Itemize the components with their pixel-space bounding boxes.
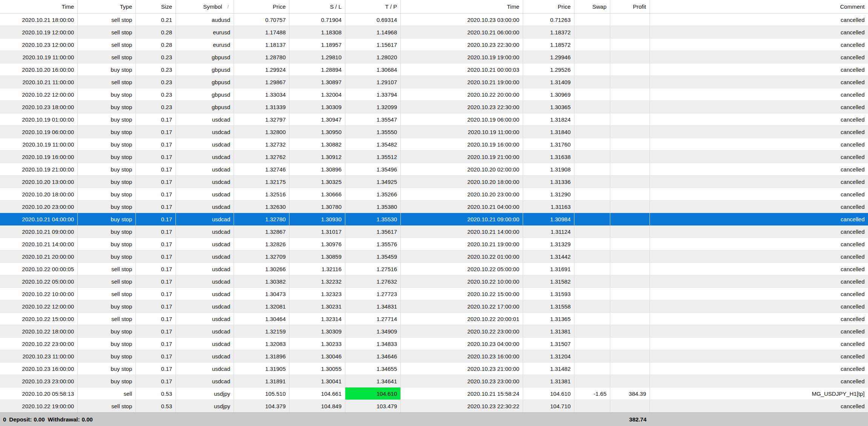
- table-cell-profit: [610, 101, 650, 113]
- table-cell-symbol: usdcad: [176, 363, 234, 375]
- table-cell-type: sell stop: [78, 275, 136, 287]
- withdrawal-summary: Withdrawal: 0.00: [48, 416, 93, 423]
- table-row[interactable]: 2020.10.19 11:00:00buy stop0.17usdcad1.3…: [0, 138, 868, 151]
- table-cell-symbol: gbpusd: [176, 88, 234, 100]
- table-cell-type: sell stop: [78, 51, 136, 63]
- table-cell-symbol: usdjpy: [176, 400, 234, 412]
- table-cell-size: 0.17: [136, 375, 176, 387]
- table-cell-tp: 1.27516: [345, 263, 401, 275]
- column-header-label: Time: [507, 3, 519, 10]
- table-cell-sl: 1.30780: [289, 201, 345, 213]
- table-row[interactable]: 2020.10.21 18:00:00sell stop0.21audusd0.…: [0, 14, 868, 26]
- table-cell-price: 1.30473: [234, 288, 289, 300]
- table-cell-time: 2020.10.23 18:00:00: [0, 101, 78, 113]
- table-row[interactable]: 2020.10.22 18:00:00buy stop0.17usdcad1.3…: [0, 325, 868, 338]
- table-cell-swap: [574, 201, 610, 213]
- table-row[interactable]: 2020.10.22 10:00:00sell stop0.17usdcad1.…: [0, 288, 868, 300]
- table-cell-comment: MG_USDJPY_H1[tp]: [650, 387, 868, 400]
- column-header-close-time[interactable]: Time: [401, 0, 523, 13]
- table-cell-symbol: usdcad: [176, 113, 234, 125]
- table-row[interactable]: 2020.10.23 11:00:00buy stop0.17usdcad1.3…: [0, 350, 868, 363]
- table-row[interactable]: 2020.10.20 23:00:00buy stop0.17usdcad1.3…: [0, 201, 868, 213]
- table-row[interactable]: 2020.10.22 00:00:05sell stop0.17usdcad1.…: [0, 263, 868, 275]
- table-cell-size: 0.53: [136, 387, 176, 400]
- table-cell-comment: cancelled: [650, 76, 868, 88]
- table-row[interactable]: 2020.10.20 18:00:00buy stop0.17usdcad1.3…: [0, 188, 868, 201]
- table-row[interactable]: 2020.10.23 18:00:00buy stop0.23gbpusd1.3…: [0, 101, 868, 113]
- table-cell-profit: [610, 275, 650, 287]
- table-cell-sl: 1.28894: [289, 63, 345, 76]
- table-cell-time: 2020.10.20 05:58:13: [0, 387, 78, 400]
- table-cell-close-time: 2020.10.22 20:00:01: [401, 313, 523, 325]
- table-row[interactable]: 2020.10.22 05:00:00sell stop0.17usdcad1.…: [0, 275, 868, 288]
- table-cell-close-time: 2020.10.19 19:00:00: [401, 51, 523, 63]
- table-row[interactable]: 2020.10.21 14:00:00buy stop0.17usdcad1.3…: [0, 238, 868, 250]
- table-cell-comment: cancelled: [650, 325, 868, 337]
- column-header-swap[interactable]: Swap: [574, 0, 610, 13]
- table-row[interactable]: 2020.10.22 12:00:00buy stop0.17usdcad1.3…: [0, 300, 868, 313]
- table-cell-close-price: 1.30969: [523, 88, 574, 100]
- table-cell-swap: [574, 151, 610, 163]
- table-row[interactable]: 2020.10.19 16:00:00buy stop0.17usdcad1.3…: [0, 151, 868, 163]
- table-row-selected[interactable]: 2020.10.21 04:00:00buy stop0.17usdcad1.3…: [0, 213, 868, 225]
- table-row[interactable]: 2020.10.23 16:00:00buy stop0.17usdcad1.3…: [0, 363, 868, 375]
- column-header-type[interactable]: Type: [78, 0, 136, 13]
- table-cell-close-time: 2020.10.20 02:00:00: [401, 163, 523, 175]
- table-cell-price: 1.31905: [234, 363, 289, 375]
- table-cell-sl: 1.30046: [289, 350, 345, 362]
- table-cell-comment: cancelled: [650, 300, 868, 312]
- table-row[interactable]: 2020.10.19 12:00:00sell stop0.28eurusd1.…: [0, 26, 868, 39]
- table-cell-close-time: 2020.10.19 11:00:00: [401, 126, 523, 138]
- table-row[interactable]: 2020.10.22 12:00:00buy stop0.23gbpusd1.3…: [0, 88, 868, 101]
- column-header-tp[interactable]: T / P: [345, 0, 401, 13]
- table-row[interactable]: 2020.10.20 05:58:13sell0.53usdjpy105.510…: [0, 387, 868, 400]
- table-cell-type: sell: [78, 387, 136, 400]
- column-header-profit[interactable]: Profit: [610, 0, 650, 13]
- table-cell-symbol: usdcad: [176, 375, 234, 387]
- table-row[interactable]: 2020.10.19 01:00:00buy stop0.17usdcad1.3…: [0, 113, 868, 126]
- table-row[interactable]: 2020.10.19 11:00:00sell stop0.23gbpusd1.…: [0, 51, 868, 63]
- table-cell-price: 1.32797: [234, 113, 289, 125]
- table-cell-price: 1.29924: [234, 63, 289, 76]
- table-row[interactable]: 2020.10.20 13:00:00buy stop0.17usdcad1.3…: [0, 176, 868, 188]
- column-header-comment[interactable]: Comment: [650, 0, 868, 13]
- summary-prefix: 0: [3, 416, 6, 423]
- table-cell-close-price: 1.31381: [523, 325, 574, 337]
- table-cell-close-time: 2020.10.21 19:00:00: [401, 238, 523, 250]
- table-cell-close-price: 1.31760: [523, 138, 574, 150]
- table-row[interactable]: 2020.10.23 23:00:00buy stop0.17usdcad1.3…: [0, 375, 868, 387]
- table-cell-tp: 1.33794: [345, 88, 401, 100]
- table-cell-price: 1.31891: [234, 375, 289, 387]
- table-row[interactable]: 2020.10.19 06:00:00buy stop0.17usdcad1.3…: [0, 126, 868, 138]
- table-cell-tp: 1.35266: [345, 188, 401, 200]
- column-header-sl[interactable]: S / L: [289, 0, 345, 13]
- table-row[interactable]: 2020.10.22 15:00:00sell stop0.17usdcad1.…: [0, 313, 868, 325]
- table-cell-swap: [574, 350, 610, 362]
- table-cell-type: sell stop: [78, 400, 136, 412]
- table-row[interactable]: 2020.10.21 11:00:00sell stop0.23gbpusd1.…: [0, 76, 868, 88]
- table-cell-price: 0.70757: [234, 14, 289, 26]
- table-cell-sl: 104.661: [289, 387, 345, 400]
- table-row[interactable]: 2020.10.20 16:00:00buy stop0.23gbpusd1.2…: [0, 63, 868, 76]
- table-row[interactable]: 2020.10.19 21:00:00buy stop0.17usdcad1.3…: [0, 163, 868, 176]
- table-row[interactable]: 2020.10.22 23:00:00buy stop0.17usdcad1.3…: [0, 338, 868, 350]
- table-cell-price: 1.32630: [234, 201, 289, 213]
- column-header-price[interactable]: Price: [234, 0, 289, 13]
- table-cell-comment: cancelled: [650, 113, 868, 125]
- table-cell-symbol: usdcad: [176, 151, 234, 163]
- table-cell-close-price: 1.29526: [523, 63, 574, 76]
- table-cell-size: 0.17: [136, 288, 176, 300]
- column-header-close-price[interactable]: Price: [523, 0, 574, 13]
- column-header-size[interactable]: Size: [136, 0, 176, 13]
- table-row[interactable]: 2020.10.21 20:00:00buy stop0.17usdcad1.3…: [0, 250, 868, 263]
- table-cell-close-price: 1.31507: [523, 338, 574, 350]
- table-cell-close-time: 2020.10.21 14:00:00: [401, 225, 523, 238]
- table-row[interactable]: 2020.10.23 12:00:00sell stop0.28eurusd1.…: [0, 39, 868, 51]
- table-row[interactable]: 2020.10.21 09:00:00buy stop0.17usdcad1.3…: [0, 225, 868, 238]
- table-cell-tp: 1.30684: [345, 63, 401, 76]
- table-row[interactable]: 2020.10.22 19:00:00sell stop0.53usdjpy10…: [0, 400, 868, 412]
- table-cell-close-price: 0.71263: [523, 14, 574, 26]
- table-cell-tp: 1.27723: [345, 288, 401, 300]
- column-header-symbol[interactable]: Symbol/: [176, 0, 234, 13]
- column-header-time[interactable]: Time: [0, 0, 78, 13]
